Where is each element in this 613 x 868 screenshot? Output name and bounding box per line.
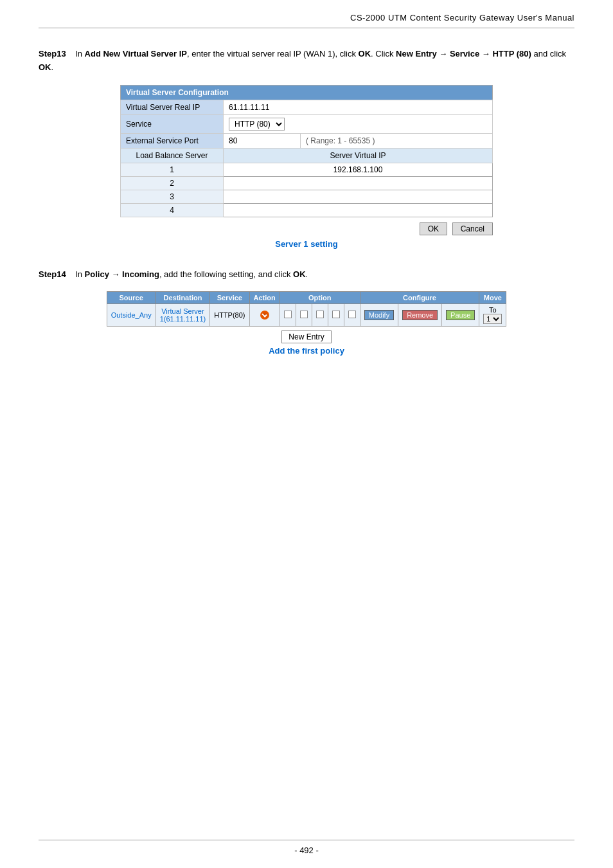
- step13-text1: In: [75, 49, 84, 59]
- step14-bold2: Incoming: [122, 269, 159, 279]
- policy-th-option: Option: [280, 292, 360, 304]
- page-wrapper: CS-2000 UTM Content Security Gateway Use…: [0, 0, 613, 868]
- vsc-service-label: Service: [121, 114, 224, 133]
- vsc-row-3: 3: [121, 190, 493, 203]
- vsc-row4-num: 4: [121, 203, 224, 217]
- policy-th-destination: Destination: [155, 292, 210, 304]
- step13-bold5: HTTP (80): [492, 49, 531, 59]
- vsc-row-4: 4: [121, 203, 493, 217]
- step13-text5: .: [51, 62, 54, 72]
- vsc-row-1: 1 192.168.1.100: [121, 163, 493, 176]
- vsc-row1-num: 1: [121, 163, 224, 176]
- vsc-row1-ip: 192.168.1.100: [224, 163, 493, 176]
- policy-th-configure: Configure: [360, 292, 479, 304]
- policy-remove-cell: Remove: [398, 304, 442, 327]
- step13-text2: , enter the virtual server real IP (WAN …: [187, 49, 359, 59]
- step14-text2: , add the following setting, and click: [159, 269, 293, 279]
- step14-text1: In: [75, 269, 84, 279]
- policy-opt4: [328, 304, 344, 327]
- step13-block: Step13 In Add New Virtual Server IP, ent…: [39, 48, 574, 249]
- policy-header-row: Source Destination Service Action Option…: [107, 292, 506, 304]
- policy-th-action: Action: [249, 292, 280, 304]
- ok-button[interactable]: OK: [420, 222, 447, 235]
- step14-bold3: OK: [293, 269, 306, 279]
- pause-button[interactable]: Pause: [446, 310, 475, 320]
- move-select[interactable]: 1: [483, 314, 502, 324]
- policy-data-row: Outside_Any Virtual Server 1(61.11.11.11…: [107, 304, 506, 327]
- policy-service: HTTP(80): [210, 304, 249, 327]
- option-box-3: [316, 311, 324, 318]
- vsc-table: Virtual Server Configuration Virtual Ser…: [120, 85, 493, 217]
- step13-bold1: Add New Virtual Server IP: [85, 49, 187, 59]
- vsc-ip-header: Server Virtual IP: [224, 148, 493, 163]
- policy-opt5: [344, 304, 360, 327]
- step14-block: Step14 In Policy → Incoming, add the fol…: [39, 268, 574, 356]
- vsc-service-row: Service HTTP (80): [121, 114, 493, 133]
- new-entry-button[interactable]: New Entry: [281, 330, 331, 343]
- policy-destination: Virtual Server 1(61.11.11.11): [155, 304, 210, 327]
- option-box-2: [300, 311, 308, 318]
- policy-opt2: [296, 304, 312, 327]
- header-bar: CS-2000 UTM Content Security Gateway Use…: [39, 13, 574, 28]
- policy-th-move: Move: [479, 292, 506, 304]
- modify-button[interactable]: Modify: [364, 310, 394, 320]
- vsc-real-ip-value: 61.11.11.11: [224, 100, 493, 114]
- step13-bold4: Service: [450, 49, 479, 59]
- add-first-policy: Add the first policy: [39, 346, 574, 356]
- page-number: - 492 -: [294, 845, 319, 855]
- policy-table: Source Destination Service Action Option…: [107, 291, 507, 327]
- option-box-5: [348, 311, 356, 318]
- vsc-port-row: External Service Port 80 ( Range: 1 - 65…: [121, 133, 493, 148]
- step13-text4: and click: [531, 49, 566, 59]
- vsc-service-select[interactable]: HTTP (80): [229, 118, 285, 131]
- vsc-row3-ip: [224, 190, 493, 203]
- fire-icon: [260, 311, 269, 320]
- step13-arrow2: →: [482, 49, 490, 59]
- step14-bold1: Policy: [85, 269, 109, 279]
- step13-bold2: OK: [359, 49, 371, 59]
- step13-bold3: New Entry: [396, 49, 437, 59]
- policy-modify-cell: Modify: [360, 304, 398, 327]
- remove-button[interactable]: Remove: [402, 310, 438, 320]
- step13-bold6: OK: [39, 62, 51, 72]
- header-title: CS-2000 UTM Content Security Gateway Use…: [350, 13, 574, 23]
- policy-action: [249, 304, 280, 327]
- step14-arrow1: →: [111, 269, 120, 279]
- step13-num: Step13: [39, 49, 66, 59]
- vsc-row2-ip: [224, 176, 493, 190]
- vsc-row-2: 2: [121, 176, 493, 190]
- vsc-port-label: External Service Port: [121, 133, 224, 148]
- vsc-real-ip-label: Virtual Server Real IP: [121, 100, 224, 114]
- step14-text3: .: [306, 269, 308, 279]
- vsc-row2-num: 2: [121, 176, 224, 190]
- policy-th-service: Service: [210, 292, 249, 304]
- step13-arrow1: →: [439, 49, 447, 59]
- vsc-caption: Server 1 setting: [39, 239, 574, 249]
- step14-num: Step14: [39, 269, 66, 279]
- vsc-title: Virtual Server Configuration: [121, 85, 493, 100]
- vsc-row3-num: 3: [121, 190, 224, 203]
- policy-opt1: [280, 304, 296, 327]
- vsc-port-value: 80: [224, 133, 301, 148]
- policy-pause-cell: Pause: [442, 304, 479, 327]
- step14-label: Step14 In Policy → Incoming, add the fol…: [39, 268, 574, 282]
- policy-move-cell: To 1: [479, 304, 506, 327]
- policy-opt3: [312, 304, 328, 327]
- policy-source: Outside_Any: [107, 304, 155, 327]
- vsc-service-value: HTTP (80): [224, 114, 493, 133]
- step13-text3: . Click: [371, 49, 396, 59]
- step13-label: Step13 In Add New Virtual Server IP, ent…: [39, 48, 574, 75]
- cancel-button[interactable]: Cancel: [452, 222, 493, 235]
- vsc-port-hint: ( Range: 1 - 65535 ): [301, 133, 493, 148]
- option-box-1: [284, 311, 292, 318]
- policy-th-source: Source: [107, 292, 155, 304]
- vsc-subheader-row: Load Balance Server Server Virtual IP: [121, 148, 493, 163]
- new-entry-row: New Entry: [39, 330, 574, 343]
- option-box-4: [332, 311, 340, 318]
- vsc-row4-ip: [224, 203, 493, 217]
- vsc-real-ip-row: Virtual Server Real IP 61.11.11.11: [121, 100, 493, 114]
- vsc-lb-header: Load Balance Server: [121, 148, 224, 163]
- vsc-title-row: Virtual Server Configuration: [121, 85, 493, 100]
- move-to-label: To: [489, 306, 497, 314]
- ok-cancel-row: OK Cancel: [120, 222, 493, 235]
